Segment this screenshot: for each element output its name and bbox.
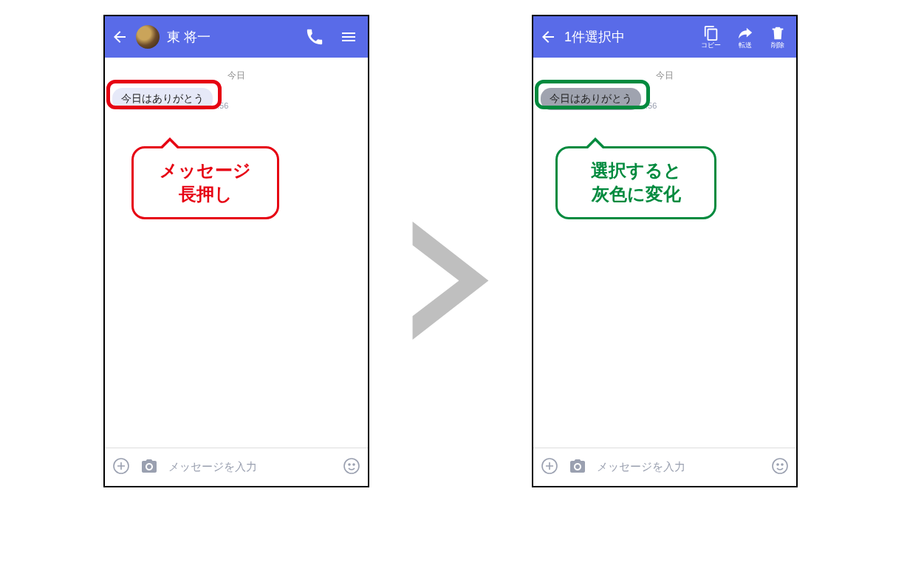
copy-label: コピー <box>701 42 721 49</box>
date-label: 今日 <box>541 69 789 82</box>
phone-call-icon[interactable] <box>306 28 324 46</box>
selection-header: 1件選択中 コピー 転送 削除 <box>533 16 796 58</box>
svg-point-7 <box>777 464 778 465</box>
chat-body: 今日 今日はありがとう :56 選択すると 灰色に変化 <box>533 58 796 448</box>
callout-tail-inner <box>160 131 180 151</box>
message-row: 今日はありがとう :56 <box>112 88 360 110</box>
delete-label: 削除 <box>771 42 784 49</box>
callout-tail-inner <box>585 131 606 151</box>
callout-selected: 選択すると 灰色に変化 <box>555 146 716 219</box>
message-bubble-selected[interactable]: 今日はありがとう <box>541 88 641 110</box>
forward-icon <box>737 25 753 41</box>
emoji-icon[interactable] <box>343 457 360 478</box>
camera-icon[interactable] <box>569 457 586 478</box>
forward-label: 転送 <box>739 42 752 49</box>
add-icon[interactable] <box>541 457 558 478</box>
svg-point-1 <box>344 459 359 473</box>
chat-title: 東 将一 <box>167 28 298 46</box>
delete-action[interactable]: 削除 <box>770 25 786 49</box>
message-input[interactable]: メッセージを入力 <box>168 460 332 474</box>
date-label: 今日 <box>112 69 360 82</box>
camera-icon[interactable] <box>140 457 158 478</box>
forward-action[interactable]: 転送 <box>737 25 753 49</box>
message-input[interactable]: メッセージを入力 <box>597 460 761 474</box>
back-icon[interactable] <box>539 28 557 46</box>
message-input-bar: メッセージを入力 <box>533 448 796 486</box>
copy-action[interactable]: コピー <box>701 25 721 49</box>
phone-before: 東 将一 今日 今日はありがとう :56 メッセージ 長押し メッセージを入力 <box>103 15 369 487</box>
copy-icon <box>703 25 719 41</box>
callout-longpress: メッセージ 長押し <box>131 146 279 219</box>
svg-point-3 <box>353 464 355 465</box>
add-icon[interactable] <box>112 457 130 478</box>
svg-point-8 <box>781 464 783 465</box>
transition-arrow-icon <box>406 222 495 340</box>
trash-icon <box>770 25 786 41</box>
menu-icon[interactable] <box>340 28 357 46</box>
message-bubble[interactable]: 今日はありがとう <box>112 88 213 110</box>
chat-body: 今日 今日はありがとう :56 メッセージ 長押し <box>105 58 368 448</box>
selection-title: 1件選択中 <box>564 28 694 46</box>
avatar[interactable] <box>136 25 160 49</box>
message-row: 今日はありがとう :56 <box>541 88 789 110</box>
back-icon[interactable] <box>111 28 129 46</box>
svg-point-2 <box>349 464 350 465</box>
chat-header: 東 将一 <box>105 16 368 58</box>
emoji-icon[interactable] <box>771 457 789 478</box>
message-time: :56 <box>646 101 657 110</box>
message-time: :56 <box>217 101 228 110</box>
message-input-bar: メッセージを入力 <box>105 448 368 486</box>
svg-point-6 <box>773 459 787 473</box>
phone-after: 1件選択中 コピー 転送 削除 今日 今日はありがとう :56 選択すると 灰色… <box>532 15 798 487</box>
svg-marker-4 <box>413 222 489 340</box>
